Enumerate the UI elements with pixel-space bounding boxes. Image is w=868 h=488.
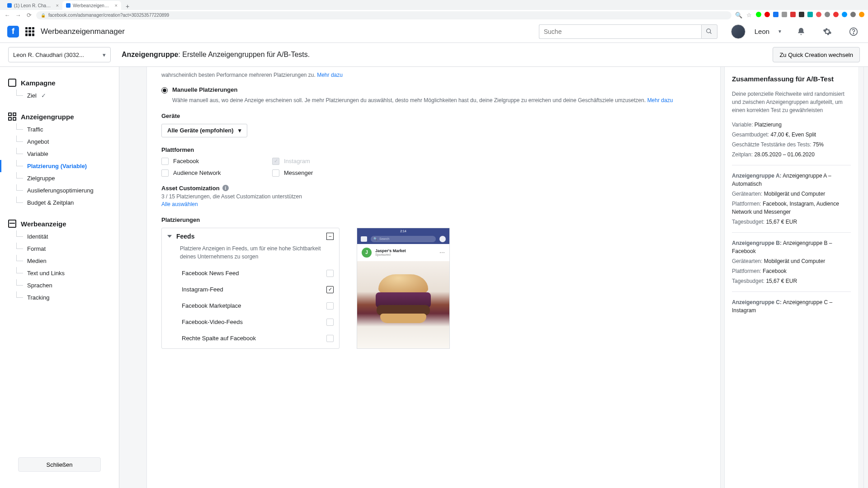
feeds-header[interactable]: Feeds − — [162, 228, 339, 244]
asset-sub: 3 / 15 Platzierungen, die Asset Customiz… — [161, 193, 706, 200]
nav-item-angebot[interactable]: Angebot — [16, 136, 119, 148]
user-avatar[interactable] — [731, 24, 745, 39]
top-nav: f Werbeanzeigenmanager Leon ▼ — [0, 20, 868, 43]
nav-section-campaign[interactable]: Kampagne — [0, 74, 119, 89]
preview-status-bar: 2:14 — [357, 228, 449, 234]
ext-icon[interactable] — [773, 12, 778, 17]
ext-icon[interactable] — [816, 12, 821, 17]
feed-item-fb-news[interactable]: Facebook News Feed — [162, 265, 339, 282]
ext-icon[interactable] — [825, 12, 830, 17]
nav-section-adset[interactable]: Anzeigengruppe — [0, 108, 119, 123]
search-button[interactable] — [701, 24, 717, 39]
zoom-icon[interactable]: 🔍 — [735, 12, 742, 19]
help-icon[interactable] — [846, 24, 861, 39]
ext-icon[interactable] — [790, 12, 796, 17]
learn-more-link[interactable]: Mehr dazu — [647, 97, 673, 103]
ext-icon[interactable] — [842, 12, 847, 17]
platforms-grid: Facebook ✓Instagram Audience Network Mes… — [161, 158, 374, 177]
svg-line-1 — [710, 32, 712, 33]
tab-favicon-icon — [7, 3, 12, 8]
notifications-icon[interactable] — [794, 24, 808, 39]
account-dropdown[interactable]: Leon R. Chaudhari (3032... ▾ — [8, 47, 111, 62]
manual-placement-desc: Wähle manuell aus, wo deine Anzeige ersc… — [172, 96, 706, 104]
nav-item-ziel[interactable]: Ziel✓ — [16, 89, 119, 102]
preview-image — [357, 261, 449, 348]
select-all-link[interactable]: Alle auswählen — [161, 201, 198, 207]
browser-chrome: (1) Leon R. Chaudhari | Facebo × Werbean… — [0, 0, 868, 20]
feeds-toggle[interactable]: − — [326, 233, 334, 240]
more-icon: ⋯ — [439, 249, 445, 256]
ext-icon[interactable] — [850, 12, 856, 17]
nav-section-ad[interactable]: Werbeanzeige — [0, 215, 119, 230]
nav-item-variable[interactable]: Variable — [16, 148, 119, 160]
nav-item-format[interactable]: Format — [16, 243, 119, 255]
nav-item-tracking[interactable]: Tracking — [16, 291, 119, 304]
preview-search: 🔍Search — [371, 236, 436, 242]
group-b-head: Anzeigengruppe B: Anzeigengruppe B – Fac… — [732, 239, 851, 255]
nav-item-medien[interactable]: Medien — [16, 255, 119, 267]
page-title-rest: : Erstelle Anzeigengruppen für A/B-Tests… — [178, 51, 310, 58]
group-a-platforms: Plattformen: Facebook, Instagram, Audien… — [732, 200, 851, 216]
layout: Kampagne Ziel✓ Anzeigengruppe Traffic An… — [0, 67, 868, 488]
nav-item-budget[interactable]: Budget & Zeitplan — [16, 197, 119, 209]
messenger-icon — [439, 236, 446, 242]
platforms-label: Plattformen — [161, 146, 706, 153]
ext-icon[interactable] — [782, 12, 787, 17]
divider — [732, 165, 851, 165]
settings-icon[interactable] — [820, 24, 835, 39]
search-input[interactable] — [539, 24, 701, 39]
nav-item-identitat[interactable]: Identität — [16, 230, 119, 243]
learn-more-link[interactable]: Mehr dazu — [317, 72, 343, 78]
tab-close-icon[interactable]: × — [56, 3, 59, 8]
chevron-down-icon: ▾ — [103, 52, 106, 58]
reload-button[interactable]: ⟳ — [25, 12, 33, 19]
platform-messenger[interactable]: Messenger — [272, 169, 374, 177]
feed-item-marketplace[interactable]: Facebook Marketplace — [162, 298, 339, 314]
ext-icon[interactable] — [764, 12, 770, 17]
forward-button[interactable]: → — [14, 12, 22, 19]
user-menu-caret-icon[interactable]: ▼ — [778, 29, 782, 34]
ext-icon[interactable] — [807, 12, 813, 17]
nav-item-sprachen[interactable]: Sprachen — [16, 279, 119, 291]
close-button[interactable]: Schließen — [18, 457, 101, 472]
manual-placement-label: Manuelle Platzierungen — [172, 86, 237, 93]
new-tab-button[interactable]: + — [121, 3, 134, 10]
feed-item-right-column[interactable]: Rechte Spalte auf Facebook — [162, 330, 339, 347]
preview-top-bar: 🔍Search — [357, 234, 449, 244]
quick-creation-button[interactable]: Zu Quick Creation wechseln — [773, 47, 860, 62]
ext-icon[interactable] — [756, 12, 761, 17]
facebook-logo-icon[interactable]: f — [7, 26, 19, 38]
back-button[interactable]: ← — [4, 12, 11, 19]
nav-item-platzierung[interactable]: Platzierung (Variable) — [16, 160, 119, 172]
ext-icon[interactable] — [799, 12, 804, 17]
info-icon[interactable]: i — [222, 185, 229, 191]
feed-item-instagram[interactable]: Instagram-Feed✓ — [162, 282, 339, 298]
feed-item-video-feeds[interactable]: Facebook-Video-Feeds — [162, 314, 339, 330]
url-field[interactable]: 🔒 facebook.com/adsmanager/creation?act=3… — [36, 11, 731, 19]
checkbox-icon: ✓ — [272, 158, 279, 165]
nav-item-traffic[interactable]: Traffic — [16, 123, 119, 136]
ext-icon[interactable] — [859, 12, 864, 17]
manual-placement-radio[interactable]: Manuelle Platzierungen — [161, 86, 706, 94]
scrollbar[interactable] — [863, 67, 868, 488]
feeds-desc: Platziere Anzeigen in Feeds, um für eine… — [162, 244, 339, 265]
platform-audience-network[interactable]: Audience Network — [161, 169, 263, 177]
user-name[interactable]: Leon — [755, 28, 769, 35]
devices-dropdown[interactable]: Alle Geräte (empfohlen) ▾ — [161, 124, 247, 137]
nav-item-zielgruppe[interactable]: Zielgruppe — [16, 172, 119, 184]
svg-point-3 — [853, 33, 854, 33]
apps-menu-icon[interactable] — [25, 27, 34, 36]
nav-item-auslieferung[interactable]: Auslieferungsoptimierung — [16, 184, 119, 197]
ext-icon[interactable] — [833, 12, 839, 17]
platform-facebook[interactable]: Facebook — [161, 158, 263, 165]
nav-item-text[interactable]: Text und Links — [16, 267, 119, 279]
tab-strip: (1) Leon R. Chaudhari | Facebo × Werbean… — [0, 0, 868, 10]
browser-tab-0[interactable]: (1) Leon R. Chaudhari | Facebo × — [4, 1, 62, 10]
ad-preview: 2:14 🔍Search J Jasper's Market Sponsored — [357, 228, 450, 349]
star-icon[interactable]: ☆ — [745, 12, 753, 19]
center-card: wahrscheinlich besten Performance mehrer… — [146, 67, 721, 488]
browser-tab-1[interactable]: Werbeanzeigenmanager - Cre × — [62, 1, 121, 10]
tab-close-icon[interactable]: × — [115, 3, 118, 8]
search-icon: 🔍 — [373, 237, 377, 241]
url-text: facebook.com/adsmanager/creation?act=303… — [48, 13, 169, 18]
